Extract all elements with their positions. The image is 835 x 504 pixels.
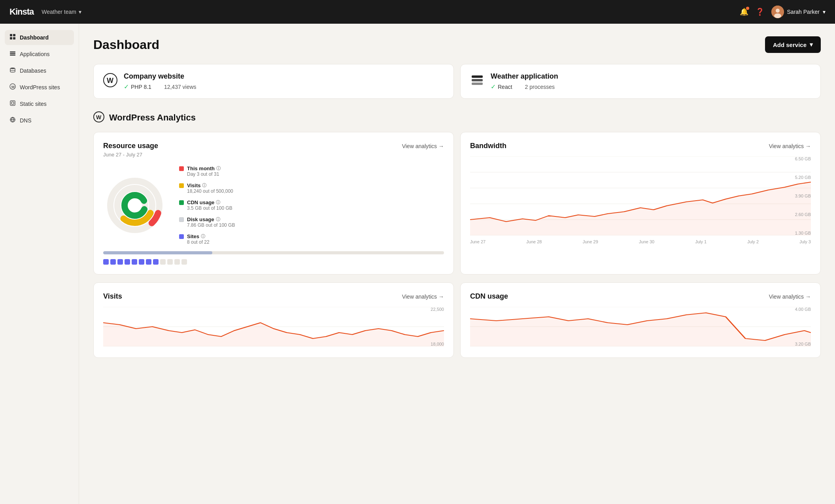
add-service-label: Add service xyxy=(773,41,807,48)
dns-icon xyxy=(9,117,16,124)
team-selector[interactable]: Weather team ▾ xyxy=(42,9,81,15)
x-label-4: June 30 xyxy=(639,239,654,244)
svg-text:W: W xyxy=(11,85,15,89)
progress-fill-1 xyxy=(103,251,212,254)
sidebar-item-static[interactable]: Static sites xyxy=(5,96,74,111)
visits-chart-wrap: 22,500 18,000 xyxy=(103,307,444,348)
sidebar-item-dashboard[interactable]: Dashboard xyxy=(5,30,74,45)
cdn-title: CDN usage xyxy=(470,292,508,301)
progress-bg-1 xyxy=(103,251,444,254)
dot-2 xyxy=(110,259,116,265)
help-icon[interactable]: ❓ xyxy=(756,8,764,16)
service-card-weather[interactable]: Weather application ✓ React 2 processes xyxy=(460,64,821,99)
processes-label: 2 processes xyxy=(525,84,555,90)
bandwidth-chart-wrap: 6.50 GB 5.20 GB 3.90 GB 2.60 GB 1.30 GB xyxy=(470,156,811,237)
legend-dot-cdn xyxy=(179,200,184,205)
user-menu[interactable]: Sarah Parker ▾ xyxy=(771,6,826,18)
dot-1 xyxy=(103,259,109,265)
svg-rect-18 xyxy=(472,75,483,78)
analytics-bottom-grid: Visits View analytics → 22,500 18,000 xyxy=(93,282,821,358)
service-card-info: Weather application ✓ React 2 processes xyxy=(491,72,811,90)
dot-5 xyxy=(132,259,137,265)
svg-marker-35 xyxy=(470,182,811,235)
svg-rect-13 xyxy=(10,101,15,105)
service-meta: ✓ React 2 processes xyxy=(491,83,811,90)
topnav-right: 🔔 ❓ Sarah Parker ▾ xyxy=(740,6,826,18)
add-service-button[interactable]: Add service ▾ xyxy=(765,36,821,53)
sidebar-item-label: Dashboard xyxy=(20,34,49,41)
svg-text:W: W xyxy=(96,114,102,120)
dot-7 xyxy=(146,259,151,265)
service-meta: ✓ PHP 8.1 12,437 views xyxy=(124,83,444,90)
dot-9 xyxy=(160,259,166,265)
cdn-header: CDN usage View analytics → xyxy=(470,292,811,301)
user-chevron-icon: ▾ xyxy=(823,9,826,15)
bandwidth-header: Bandwidth View analytics → xyxy=(470,142,811,150)
legend-sub-disk: 7.86 GB out of 100 GB xyxy=(187,222,235,228)
meta-views: 12,437 views xyxy=(164,84,196,90)
check-icon: ✓ xyxy=(124,83,129,90)
svg-point-10 xyxy=(10,68,15,69)
svg-rect-4 xyxy=(13,34,15,36)
legend-item-sites: Sites ⓘ 8 out of 22 xyxy=(179,233,235,245)
service-card-company[interactable]: W Company website ✓ PHP 8.1 12,437 views xyxy=(93,64,454,99)
legend-dot-thismonth xyxy=(179,166,184,171)
cdn-view-analytics-link[interactable]: View analytics → xyxy=(769,293,811,300)
main-content: Dashboard Add service ▾ W Company websit… xyxy=(79,24,835,504)
bandwidth-view-analytics-link[interactable]: View analytics → xyxy=(769,143,811,149)
legend-sub-cdn: 3.5 GB out of 100 GB xyxy=(187,205,232,211)
logo: Kinsta xyxy=(9,7,34,17)
svg-point-1 xyxy=(776,9,780,13)
cdn-chart-wrap: 4.00 GB 3.20 GB xyxy=(470,307,811,348)
sidebar-item-label: WordPress sites xyxy=(20,84,60,90)
visits-card: Visits View analytics → 22,500 18,000 xyxy=(93,282,454,358)
x-axis-labels: June 27 June 28 June 29 June 30 July 1 J… xyxy=(470,239,811,244)
resource-usage-title: Resource usage xyxy=(103,142,158,150)
visits-view-analytics-link[interactable]: View analytics → xyxy=(402,293,444,300)
meta-react-label: React xyxy=(498,84,512,90)
user-name: Sarah Parker xyxy=(787,9,820,15)
x-label-7: July 3 xyxy=(799,239,811,244)
sidebar-item-wordpress[interactable]: W WordPress sites xyxy=(5,80,74,95)
page-header: Dashboard Add service ▾ xyxy=(93,36,821,53)
resource-view-analytics-link[interactable]: View analytics → xyxy=(402,143,444,149)
sidebar-item-label: Databases xyxy=(20,68,46,74)
svg-rect-3 xyxy=(10,34,12,36)
bandwidth-chart-svg xyxy=(470,156,811,235)
views-label: 12,437 views xyxy=(164,84,196,90)
visits-title: Visits xyxy=(103,292,122,301)
service-name: Weather application xyxy=(491,72,811,81)
x-label-2: June 28 xyxy=(526,239,542,244)
svg-rect-7 xyxy=(10,51,15,53)
sidebar-item-databases[interactable]: Databases xyxy=(5,63,74,78)
wp-section-icon: W xyxy=(93,111,104,124)
donut-chart xyxy=(103,174,166,237)
legend-label-thismonth: This month ⓘ xyxy=(187,165,221,171)
dot-row xyxy=(103,259,444,265)
dot-8 xyxy=(153,259,159,265)
svg-marker-39 xyxy=(103,323,444,346)
notification-icon[interactable]: 🔔 xyxy=(740,8,748,16)
dot-6 xyxy=(139,259,144,265)
cdn-chart-svg xyxy=(470,307,811,346)
notification-dot xyxy=(746,7,749,10)
dashboard-icon xyxy=(9,34,16,41)
svg-point-2 xyxy=(774,13,781,18)
progress-bar-row-1 xyxy=(103,251,444,254)
meta-react: ✓ React xyxy=(491,83,512,90)
x-label-6: July 2 xyxy=(747,239,759,244)
sidebar-item-label: Applications xyxy=(20,51,50,57)
legend-dot-sites xyxy=(179,234,184,239)
topnav: Kinsta Weather team ▾ 🔔 ❓ Sarah Parker ▾ xyxy=(0,0,835,24)
sidebar-item-dns[interactable]: DNS xyxy=(5,113,74,128)
svg-rect-8 xyxy=(10,53,15,54)
service-card-info: Company website ✓ PHP 8.1 12,437 views xyxy=(124,72,444,90)
sidebar-item-label: DNS xyxy=(20,117,32,124)
app-layout: Dashboard Applications Databases xyxy=(0,24,835,504)
svg-rect-5 xyxy=(10,37,12,39)
wordpress-icon: W xyxy=(9,83,16,91)
add-service-chevron: ▾ xyxy=(810,41,813,48)
legend-sub-sites: 8 out of 22 xyxy=(187,239,210,245)
chevron-down-icon: ▾ xyxy=(79,9,81,15)
sidebar-item-applications[interactable]: Applications xyxy=(5,47,74,62)
